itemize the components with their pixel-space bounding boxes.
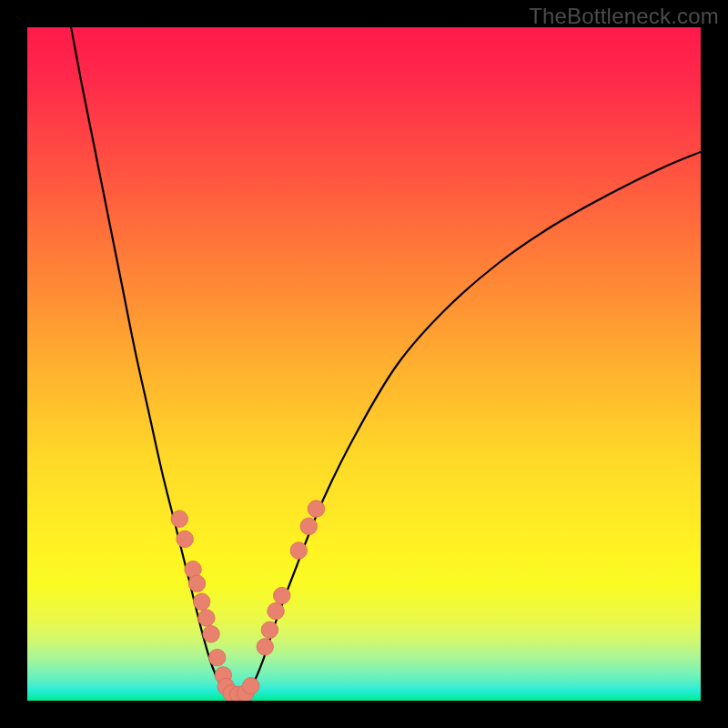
- data-marker: [308, 500, 325, 518]
- chart-frame: TheBottleneck.com: [0, 0, 728, 728]
- data-marker: [261, 622, 278, 639]
- data-marker: [290, 542, 308, 560]
- data-marker: [242, 677, 259, 694]
- data-marker: [193, 593, 210, 611]
- curve-left-branch: [71, 27, 233, 695]
- plot-area: [27, 27, 701, 701]
- watermark-text: TheBottleneck.com: [529, 4, 719, 29]
- data-marker: [188, 575, 206, 592]
- data-marker: [268, 602, 285, 620]
- curve-right-branch: [243, 152, 701, 695]
- data-marker: [203, 625, 220, 642]
- chart-svg: [27, 27, 701, 701]
- data-marker: [273, 587, 290, 604]
- data-marker: [198, 610, 216, 627]
- data-marker: [177, 531, 194, 548]
- data-marker: [300, 518, 318, 535]
- data-marker: [257, 639, 274, 656]
- data-marker: [171, 511, 188, 528]
- data-marker: [208, 649, 226, 666]
